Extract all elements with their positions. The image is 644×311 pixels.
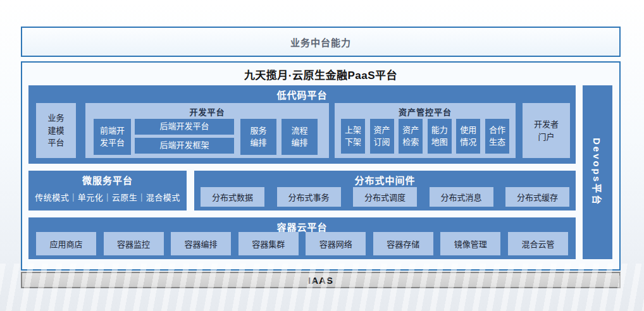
dev-platform-title: 开发平台 <box>85 103 329 118</box>
container-item-network: 容器网络 <box>306 232 366 255</box>
container-item-image-mgmt: 镜像管理 <box>440 232 500 255</box>
asset-item-capability-map: 能力 地图 <box>428 119 452 154</box>
asset-item-subscription: 资产 订阅 <box>370 119 394 154</box>
middleware-item-transaction: 分布式事务 <box>277 187 341 207</box>
devops-platform-title: Devops平台 <box>591 138 604 206</box>
iaas-label: IAAS <box>308 275 333 286</box>
business-modeling-line2: 建模 <box>47 125 64 137</box>
backend-dev-framework-box: 后端开发框架 <box>135 138 234 154</box>
asset-usage-line2: 情况 <box>460 137 476 148</box>
service-orchestration-box: 服务 编排 <box>240 119 276 155</box>
iaas-bar: IAAS <box>21 272 621 288</box>
section-distributed-middleware: 分布式中间件 分布式数据 分布式事务 分布式调度 分布式消息 分布式缓存 <box>194 171 576 210</box>
distributed-middleware-title: 分布式中间件 <box>194 171 576 186</box>
asset-ecosystem-line1: 合作 <box>489 125 505 136</box>
developer-portal-line1: 开发者 <box>534 118 559 131</box>
business-modeling-platform-box: 业务 建模 平台 <box>36 103 76 158</box>
paas-platform-title: 九天揽月·云原生金融PaaS平台 <box>22 63 619 82</box>
service-orch-line2: 编排 <box>250 137 266 149</box>
process-orchestration-box: 流程 编排 <box>282 119 318 155</box>
lowcode-platform-title: 低代码平台 <box>28 85 576 101</box>
asset-item-listing: 上架 下架 <box>341 119 365 154</box>
frontend-dev-platform-box: 前端开 发平台 <box>94 119 131 155</box>
frontend-line1: 前端开 <box>100 125 125 137</box>
asset-capability-line1: 能力 <box>431 125 448 136</box>
asset-capability-line2: 地图 <box>431 137 448 148</box>
container-cloud-items-row: 应用商店 容器监控 容器编排 容器集群 容器网络 容器存储 镜像管理 混合云管 <box>28 232 576 255</box>
container-item-hybrid-cloud: 混合云管 <box>508 232 568 255</box>
business-middle-platform-label: 业务中台能力 <box>290 35 351 49</box>
asset-listing-line1: 上架 <box>345 125 361 136</box>
frontend-line2: 发平台 <box>100 137 125 149</box>
middleware-items-row: 分布式数据 分布式事务 分布式调度 分布式消息 分布式缓存 <box>194 187 576 207</box>
asset-control-platform-title: 资产管控平台 <box>335 103 516 118</box>
container-item-monitoring: 容器监控 <box>104 232 164 255</box>
container-item-app-store: 应用商店 <box>36 232 96 255</box>
dev-platform-group: 开发平台 前端开 发平台 后端开发平台 后端开发框架 服务 编排 流程 编排 <box>85 103 329 158</box>
developer-portal-line2: 门户 <box>538 131 554 143</box>
section-microservice-platform: 微服务平台 传统模式｜单元化｜云原生｜混合模式 <box>28 171 187 210</box>
container-item-orchestration: 容器编排 <box>171 232 231 255</box>
section-devops-platform: Devops平台 <box>583 85 612 259</box>
asset-usage-line1: 使用 <box>460 125 476 136</box>
paas-platform-container: 九天揽月·云原生金融PaaS平台 低代码平台 业务 建模 平台 开发平台 前端开… <box>21 61 621 271</box>
asset-item-ecosystem: 合作 生态 <box>485 119 509 154</box>
container-item-storage: 容器存储 <box>373 232 433 255</box>
container-item-cluster: 容器集群 <box>238 232 299 255</box>
business-modeling-line3: 平台 <box>47 137 64 149</box>
section-lowcode-platform: 低代码平台 业务 建模 平台 开发平台 前端开 发平台 后端开发平台 后端开发框… <box>28 85 576 164</box>
business-modeling-line1: 业务 <box>47 112 64 125</box>
middleware-item-data: 分布式数据 <box>201 187 264 207</box>
asset-control-platform-group: 资产管控平台 上架 下架 资产 订阅 资产 检索 能力 <box>335 103 516 158</box>
middleware-item-message: 分布式消息 <box>430 187 493 207</box>
microservice-modes: 传统模式｜单元化｜云原生｜混合模式 <box>28 191 187 203</box>
developer-portal-box: 开发者 门户 <box>523 103 570 158</box>
asset-item-search: 资产 检索 <box>399 119 423 154</box>
process-orch-line1: 流程 <box>291 125 307 137</box>
business-middle-platform-banner: 业务中台能力 <box>21 27 621 57</box>
middleware-item-scheduling: 分布式调度 <box>353 187 417 207</box>
asset-search-line2: 检索 <box>402 137 419 148</box>
section-container-cloud-platform: 容器云平台 应用商店 容器监控 容器编排 容器集群 容器网络 容器存储 镜像管理… <box>28 217 576 259</box>
asset-subscription-line1: 资产 <box>374 125 390 136</box>
backend-framework-label: 后端开发框架 <box>159 140 209 152</box>
container-cloud-title: 容器云平台 <box>28 217 576 233</box>
microservice-platform-title: 微服务平台 <box>28 171 187 186</box>
asset-control-items-row: 上架 下架 资产 订阅 资产 检索 能力 地图 <box>335 119 516 154</box>
backend-dev-platform-box: 后端开发平台 <box>135 119 234 135</box>
middleware-item-cache: 分布式缓存 <box>505 187 569 207</box>
architecture-diagram: 业务中台能力 九天揽月·云原生金融PaaS平台 低代码平台 业务 建模 平台 开… <box>0 0 644 311</box>
asset-subscription-line2: 订阅 <box>374 137 390 148</box>
asset-ecosystem-line2: 生态 <box>489 137 505 148</box>
process-orch-line2: 编排 <box>291 137 307 149</box>
asset-search-line1: 资产 <box>402 125 419 136</box>
service-orch-line1: 服务 <box>250 125 266 137</box>
asset-listing-line2: 下架 <box>345 137 361 148</box>
backend-platform-label: 后端开发平台 <box>159 121 209 133</box>
asset-item-usage: 使用 情况 <box>456 119 480 154</box>
